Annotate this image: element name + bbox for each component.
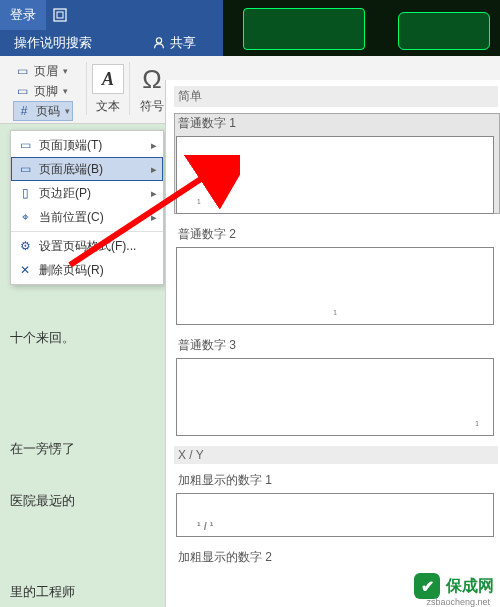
header-image [223,0,500,56]
gallery-thumb: ¹ / ¹ [176,493,494,537]
page-number-menu: ▭ 页面顶端(T) ▭ 页面底端(B) ▯ 页边距(P) ⌖ 当前位置(C) ⚙… [10,130,164,285]
help-search-label[interactable]: 操作说明搜索 [14,34,92,52]
page-number-gallery: 简单 普通数字 1 ¹ 普通数字 2 ¹ 普通数字 3 ¹ X / Y 加粗显示… [165,80,500,607]
menu-page-bottom[interactable]: ▭ 页面底端(B) [11,157,163,181]
header-icon: ▭ [14,63,30,79]
share-label: 共享 [170,34,196,52]
menu-label: 删除页码(R) [39,262,104,279]
account-icon[interactable] [46,0,74,30]
current-pos-icon: ⌖ [17,209,33,225]
menu-page-top[interactable]: ▭ 页面顶端(T) [11,133,163,157]
gallery-item-label: 普通数字 2 [174,224,500,245]
page-margin-icon: ▯ [17,185,33,201]
menu-label: 当前位置(C) [39,209,104,226]
gallery-item-label: 普通数字 3 [174,335,500,356]
footer-icon: ▭ [14,83,30,99]
gallery-thumb: ¹ [176,247,494,325]
menu-separator [11,231,163,232]
header-button[interactable]: ▭ 页眉▾ [14,62,72,80]
svg-rect-0 [54,9,66,21]
textbox-label: 文本 [96,98,120,115]
menu-label: 页边距(P) [39,185,91,202]
gallery-item[interactable]: 普通数字 1 ¹ [174,113,500,214]
menu-label: 设置页码格式(F)... [39,238,136,255]
menu-label: 页面底端(B) [39,161,103,178]
page-number-button[interactable]: # 页码▾ [14,102,72,120]
watermark-logo-icon: ✔ [414,573,440,599]
share-button[interactable]: 共享 [152,34,196,52]
gallery-item[interactable]: 加粗显示的数字 2 [174,547,500,568]
doc-line: 里的工程师 [10,578,152,605]
page-top-icon: ▭ [17,137,33,153]
gallery-item[interactable]: 普通数字 2 ¹ [174,224,500,325]
footer-label: 页脚 [34,83,58,100]
gallery-section-simple: 简单 [174,86,498,107]
gallery-section-xy: X / Y [174,446,498,464]
textbox-group[interactable]: A 文本 [86,62,130,115]
omega-icon: Ω [142,64,161,94]
remove-icon: ✕ [17,262,33,278]
textbox-icon: A [92,64,124,94]
page-bottom-icon: ▭ [17,161,33,177]
page-number-icon: # [16,103,32,119]
gallery-item-label: 普通数字 1 [174,113,500,134]
menu-label: 页面顶端(T) [39,137,102,154]
symbol-label: 符号 [140,98,164,115]
format-icon: ⚙ [17,238,33,254]
doc-line: 在一旁愣了 [10,435,152,462]
watermark-text: 保成网 [446,576,494,597]
menu-page-margin[interactable]: ▯ 页边距(P) [11,181,163,205]
gallery-item-label: 加粗显示的数字 2 [174,547,500,568]
gallery-thumb: ¹ [176,136,494,214]
svg-rect-1 [57,12,63,18]
header-label: 页眉 [34,63,58,80]
gallery-item[interactable]: 普通数字 3 ¹ [174,335,500,436]
doc-line: 医院最远的 [10,487,152,514]
svg-point-2 [156,38,161,43]
gallery-thumb: ¹ [176,358,494,436]
watermark: ✔ 保成网 [414,573,494,599]
login-tab[interactable]: 登录 [0,0,46,30]
footer-button[interactable]: ▭ 页脚▾ [14,82,72,100]
header-footer-group: ▭ 页眉▾ ▭ 页脚▾ # 页码▾ [14,62,72,120]
gallery-item[interactable]: 加粗显示的数字 1 ¹ / ¹ [174,470,500,537]
menu-current-position[interactable]: ⌖ 当前位置(C) [11,205,163,229]
menu-format-page-number[interactable]: ⚙ 设置页码格式(F)... [11,234,163,258]
menu-remove-page-number[interactable]: ✕ 删除页码(R) [11,258,163,282]
page-number-label: 页码 [36,103,60,120]
doc-line: 十个来回。 [10,324,152,351]
watermark-url: zsbaocheng.net [426,597,490,607]
gallery-item-label: 加粗显示的数字 1 [174,470,500,491]
